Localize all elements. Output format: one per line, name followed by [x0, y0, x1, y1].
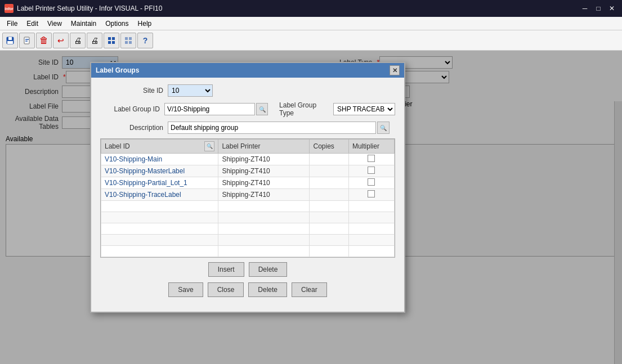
title-bar: infor Label Printer Setup Utility - Info… [0, 0, 622, 17]
table-cell-printer [218, 223, 310, 235]
modal-body: Site ID 10 Label Group ID 🔍 Label Group … [91, 78, 404, 312]
modal-label-group-id-row: Label Group ID 🔍 Label Group Type SHP TR… [100, 101, 395, 117]
svg-rect-13 [129, 41, 132, 44]
table-cell-multiplier [348, 235, 394, 246]
table-cell-multiplier [348, 201, 394, 212]
save-button[interactable]: Save [168, 282, 203, 297]
modal-label-group-id-search-btn[interactable]: 🔍 [256, 103, 268, 115]
multiplier-checkbox-cell[interactable] [368, 178, 375, 186]
toolbar-grid1-btn[interactable] [104, 33, 119, 48]
app-title: Label Printer Setup Utility - Infor VISU… [17, 5, 162, 12]
main-content: Site ID 10 Label ID * 🔍 Description Labe… [0, 51, 622, 364]
table-cell-printer [218, 235, 310, 246]
modal-description-row: Description 🔍 [100, 122, 395, 134]
toolbar-print-btn[interactable]: 🖨 [70, 33, 86, 48]
table-cell-printer [218, 201, 310, 212]
table-cell-multiplier [348, 189, 394, 201]
modal-site-id-label: Site ID [100, 87, 168, 95]
toolbar-new-btn[interactable] [19, 33, 35, 48]
table-cell-copies [310, 177, 348, 189]
close-button[interactable]: Close [208, 282, 244, 297]
table-label-id-search-btn[interactable]: 🔍 [204, 141, 214, 151]
table-cell-printer: Shipping-ZT410 [218, 189, 310, 201]
multiplier-checkbox-cell[interactable] [368, 155, 375, 162]
svg-rect-8 [108, 41, 111, 44]
svg-rect-7 [112, 37, 115, 40]
toolbar-delete-btn[interactable]: 🗑 [36, 33, 52, 48]
toolbar-save-btn[interactable] [2, 33, 18, 48]
modal-site-id-row: Site ID 10 [100, 84, 395, 97]
table-cell-multiplier [348, 212, 394, 223]
table-cell-multiplier [348, 154, 394, 165]
table-cell-copies [310, 201, 348, 212]
table-row[interactable]: V10-Shipping-Partial_Lot_1Shipping-ZT410 [101, 177, 395, 189]
table-row[interactable] [101, 235, 395, 246]
clear-button[interactable]: Clear [292, 282, 327, 297]
table-row[interactable]: V10-Shipping-MasterLabelShipping-ZT410 [101, 165, 395, 177]
menu-help[interactable]: Help [133, 19, 156, 29]
minimize-button[interactable]: ─ [579, 3, 590, 14]
delete-button[interactable]: Delete [248, 282, 287, 297]
menu-edit[interactable]: Edit [22, 19, 43, 29]
table-cell-copies [310, 212, 348, 223]
table-cell-copies [310, 165, 348, 177]
table-row[interactable] [101, 201, 395, 212]
menu-view[interactable]: View [43, 19, 66, 29]
modal-close-btn[interactable]: ✕ [390, 65, 400, 75]
multiplier-checkbox-cell[interactable] [368, 190, 375, 197]
toolbar-grid2-btn[interactable] [120, 33, 136, 48]
modal-label-group-id-label: Label Group ID [100, 105, 164, 113]
modal-table-container: Label ID 🔍 Label Printer Copies Multipli… [100, 138, 395, 258]
menu-options[interactable]: Options [101, 19, 133, 29]
delete-row-button[interactable]: Delete [249, 262, 288, 277]
svg-rect-9 [112, 41, 115, 44]
table-cell-label-id [101, 201, 218, 212]
table-cell-printer [218, 246, 310, 257]
table-cell-label-id: V10-Shipping-TraceLabel [101, 189, 218, 201]
table-row[interactable] [101, 246, 395, 257]
table-cell-multiplier [348, 246, 394, 257]
svg-rect-3 [24, 37, 29, 44]
modal-description-search-btn[interactable]: 🔍 [377, 122, 390, 134]
svg-rect-11 [129, 37, 132, 40]
title-bar-left: infor Label Printer Setup Utility - Info… [5, 4, 162, 13]
restore-button[interactable]: □ [593, 3, 604, 14]
modal-bottom-buttons: Save Close Delete Clear [100, 282, 395, 305]
table-cell-label-id: V10-Shipping-Partial_Lot_1 [101, 177, 218, 189]
modal-label-group-type-select[interactable]: SHP TRACEABLE [333, 103, 395, 115]
svg-rect-12 [125, 41, 128, 44]
table-cell-copies [310, 154, 348, 165]
modal-label-group-type-label: Label Group Type [279, 101, 330, 117]
modal-description-input[interactable] [168, 122, 376, 134]
table-cell-printer: Shipping-ZT410 [218, 165, 310, 177]
table-row[interactable] [101, 223, 395, 235]
table-row[interactable]: V10-Shipping-MainShipping-ZT410 [101, 154, 395, 165]
modal-label-group-id-input[interactable] [164, 103, 255, 115]
title-bar-controls: ─ □ ✕ [579, 3, 617, 14]
table-cell-copies [310, 235, 348, 246]
table-cell-copies [310, 189, 348, 201]
table-cell-copies [310, 246, 348, 257]
close-window-button[interactable]: ✕ [606, 3, 617, 14]
table-cell-printer: Shipping-ZT410 [218, 154, 310, 165]
toolbar-print2-btn[interactable]: 🖨 [87, 33, 102, 48]
menu-maintain[interactable]: Maintain [66, 19, 101, 29]
table-row[interactable] [101, 212, 395, 223]
insert-button[interactable]: Insert [208, 262, 244, 277]
toolbar-undo-btn[interactable]: ↩ [53, 33, 69, 48]
table-cell-label-id [101, 246, 218, 257]
table-cell-multiplier [348, 223, 394, 235]
menu-bar: File Edit View Maintain Options Help [0, 17, 622, 30]
modal-site-id-select[interactable]: 10 [168, 84, 213, 97]
table-cell-label-id [101, 235, 218, 246]
app-icon: infor [5, 4, 14, 13]
label-groups-dialog: Label Groups ✕ Site ID 10 Label Group ID… [90, 62, 405, 313]
table-cell-label-id: V10-Shipping-MasterLabel [101, 165, 218, 177]
table-cell-label-id: V10-Shipping-Main [101, 154, 218, 165]
table-row[interactable]: V10-Shipping-TraceLabelShipping-ZT410 [101, 189, 395, 201]
menu-file[interactable]: File [2, 19, 22, 29]
toolbar: 🗑 ↩ 🖨 🖨 ? [0, 30, 622, 51]
toolbar-help-btn[interactable]: ? [137, 33, 153, 48]
multiplier-checkbox-cell[interactable] [368, 167, 375, 174]
modal-table: Label ID 🔍 Label Printer Copies Multipli… [101, 139, 395, 257]
